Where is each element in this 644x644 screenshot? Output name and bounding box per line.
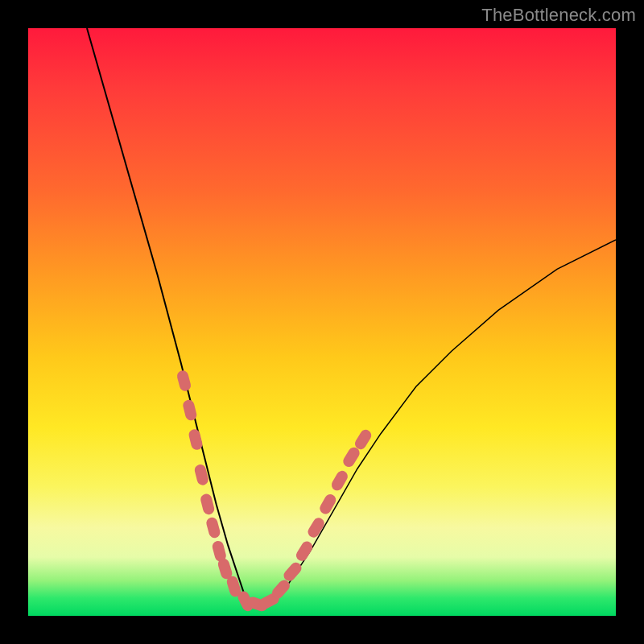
curve-marker bbox=[318, 493, 338, 517]
curve-marker bbox=[294, 539, 315, 563]
curve-marker bbox=[200, 493, 216, 516]
curve-marker bbox=[205, 516, 221, 539]
watermark-text: TheBottleneck.com bbox=[481, 5, 636, 26]
curve-marker bbox=[188, 428, 204, 452]
curve-marker bbox=[329, 469, 349, 493]
curve-marker bbox=[282, 560, 304, 584]
curve-marker bbox=[182, 398, 198, 422]
curve-marker bbox=[175, 369, 192, 393]
curve-markers bbox=[175, 369, 373, 613]
curve-svg bbox=[28, 28, 616, 616]
chart-frame bbox=[28, 28, 616, 616]
curve-left bbox=[87, 28, 251, 604]
